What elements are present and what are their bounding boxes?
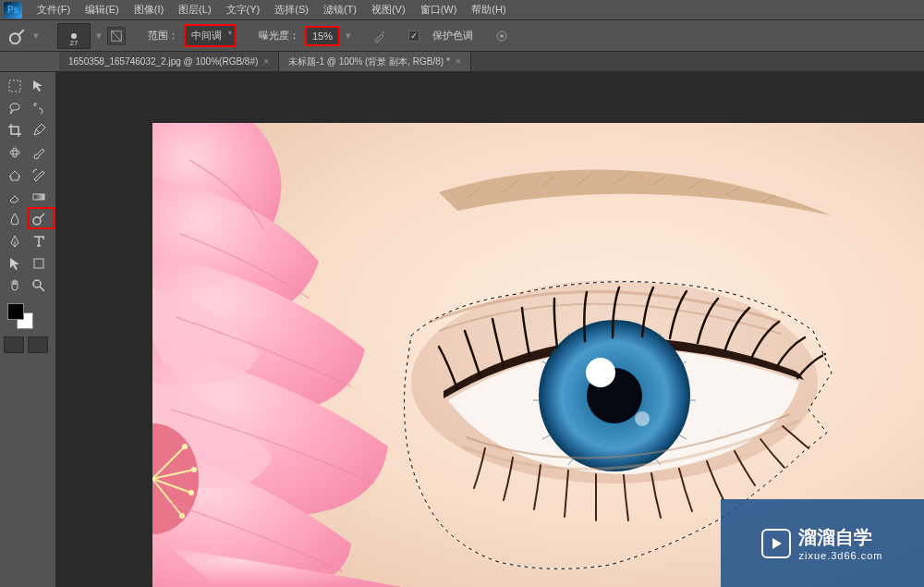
menu-image[interactable]: 图像(I) bbox=[127, 0, 171, 19]
document-tab-2[interactable]: 未标题-1 @ 100% (背景 副本, RGB/8) * × bbox=[279, 52, 470, 71]
svg-line-15 bbox=[40, 287, 44, 291]
svg-line-1 bbox=[18, 30, 24, 35]
range-label: 范围： bbox=[148, 29, 178, 43]
brush-preset-picker[interactable]: 27 bbox=[57, 23, 91, 49]
svg-rect-13 bbox=[34, 259, 43, 268]
svg-point-50 bbox=[179, 513, 185, 519]
svg-point-47 bbox=[182, 444, 188, 449]
close-icon[interactable]: × bbox=[263, 56, 269, 67]
document-tabs: 1650358_165746032_2.jpg @ 100%(RGB/8#) ×… bbox=[0, 52, 924, 72]
type-tool[interactable] bbox=[28, 231, 50, 251]
watermark-title: 溜溜自学 bbox=[798, 525, 882, 550]
tool-preset-icon[interactable] bbox=[7, 26, 28, 46]
menu-help[interactable]: 帮助(H) bbox=[464, 0, 513, 19]
svg-point-14 bbox=[33, 280, 41, 287]
protect-tones-checkbox[interactable]: ✓ bbox=[408, 31, 419, 42]
watermark: 溜溜自学 zixue.3d66.com bbox=[721, 499, 924, 587]
brush-panel-toggle[interactable] bbox=[107, 27, 126, 45]
crop-tool[interactable] bbox=[4, 120, 26, 141]
clone-stamp-tool[interactable] bbox=[4, 165, 26, 185]
menu-filter[interactable]: 滤镜(T) bbox=[316, 0, 364, 19]
menu-edit[interactable]: 编辑(E) bbox=[78, 0, 127, 19]
menu-layer[interactable]: 图层(L) bbox=[171, 0, 218, 19]
pressure-toggle[interactable] bbox=[492, 26, 512, 46]
range-dropdown[interactable]: 中间调 ▾ bbox=[184, 24, 237, 47]
quickmask-mode-button[interactable] bbox=[28, 336, 48, 353]
svg-line-3 bbox=[112, 31, 122, 41]
range-value: 中间调 bbox=[191, 30, 222, 41]
menu-bar: Ps 文件(F) 编辑(E) 图像(I) 图层(L) 文字(Y) 选择(S) 滤… bbox=[0, 0, 924, 20]
menu-view[interactable]: 视图(V) bbox=[364, 0, 413, 19]
hand-tool[interactable] bbox=[4, 275, 26, 296]
gradient-tool[interactable] bbox=[28, 187, 50, 207]
play-icon bbox=[761, 529, 791, 558]
check-icon: ✓ bbox=[410, 31, 418, 41]
watermark-url: zixue.3d66.com bbox=[798, 550, 882, 561]
airbrush-toggle[interactable] bbox=[370, 26, 390, 46]
color-swatches bbox=[4, 301, 50, 331]
menu-select[interactable]: 选择(S) bbox=[267, 0, 316, 19]
brush-size-label: 27 bbox=[70, 39, 79, 47]
close-icon[interactable]: × bbox=[456, 56, 461, 67]
zoom-tool[interactable] bbox=[28, 275, 50, 296]
healing-brush-tool[interactable] bbox=[4, 142, 26, 163]
svg-point-4 bbox=[383, 31, 384, 33]
svg-point-11 bbox=[33, 217, 41, 225]
exposure-input[interactable]: 15% bbox=[305, 26, 340, 46]
svg-rect-7 bbox=[9, 80, 20, 92]
marquee-tool[interactable] bbox=[4, 76, 26, 96]
svg-rect-9 bbox=[13, 148, 17, 157]
eyedropper-tool[interactable] bbox=[28, 120, 50, 141]
exposure-label: 曝光度： bbox=[259, 29, 299, 43]
tab-2-label: 未标题-1 @ 100% (背景 副本, RGB/8) * bbox=[288, 55, 450, 68]
move-tool[interactable] bbox=[28, 76, 50, 96]
eraser-tool[interactable] bbox=[4, 187, 26, 207]
protect-tones-label: 保护色调 bbox=[432, 29, 473, 43]
options-bar: ▾ 27 ▾ 范围： 中间调 ▾ 曝光度： 15% ▾ ✓ 保护色调 bbox=[0, 20, 924, 52]
tab-1-label: 1650358_165746032_2.jpg @ 100%(RGB/8#) bbox=[68, 56, 258, 67]
svg-point-40 bbox=[586, 358, 615, 387]
dodge-tool[interactable] bbox=[28, 209, 50, 229]
standard-mode-button[interactable] bbox=[4, 336, 24, 353]
svg-point-0 bbox=[10, 33, 20, 43]
svg-point-6 bbox=[500, 34, 504, 38]
quick-selection-tool[interactable] bbox=[28, 98, 50, 118]
menu-file[interactable]: 文件(F) bbox=[30, 0, 78, 19]
path-selection-tool[interactable] bbox=[4, 253, 26, 274]
photoshop-logo: Ps bbox=[4, 2, 22, 18]
menu-window[interactable]: 窗口(W) bbox=[413, 0, 465, 19]
brush-tool[interactable] bbox=[28, 142, 50, 163]
svg-point-49 bbox=[188, 490, 194, 495]
svg-point-41 bbox=[635, 411, 650, 426]
svg-point-48 bbox=[191, 467, 197, 472]
document-tab-1[interactable]: 1650358_165746032_2.jpg @ 100%(RGB/8#) × bbox=[59, 52, 279, 71]
shape-tool[interactable] bbox=[28, 253, 50, 274]
history-brush-tool[interactable] bbox=[28, 165, 50, 185]
pen-tool[interactable] bbox=[4, 231, 26, 251]
menu-type[interactable]: 文字(Y) bbox=[219, 0, 268, 19]
lasso-tool[interactable] bbox=[4, 98, 26, 118]
svg-rect-10 bbox=[33, 194, 44, 200]
svg-rect-8 bbox=[10, 151, 19, 154]
tools-panel bbox=[0, 72, 54, 357]
svg-line-12 bbox=[40, 214, 44, 218]
blur-tool[interactable] bbox=[4, 209, 26, 229]
foreground-color[interactable] bbox=[7, 303, 24, 320]
